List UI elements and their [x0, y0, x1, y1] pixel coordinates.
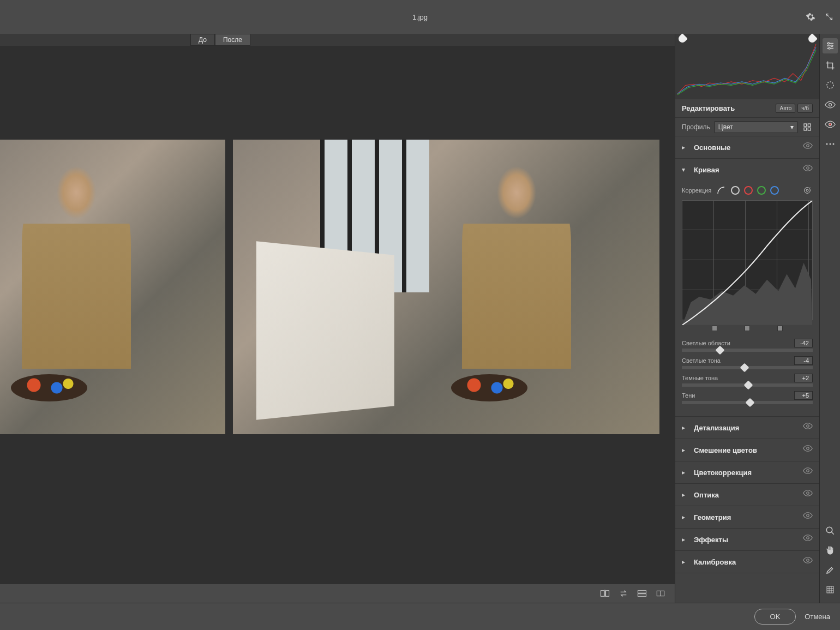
gear-icon[interactable] — [805, 11, 816, 22]
grid-view-icon[interactable] — [823, 582, 838, 597]
compare-split-icon[interactable] — [598, 587, 611, 600]
region-marker-lights[interactable] — [777, 326, 783, 331]
slider-value[interactable]: -42 — [794, 339, 813, 347]
section-curve-header[interactable]: ▾ Кривая — [675, 159, 819, 181]
section-calibration: ▸Калибровка — [675, 551, 819, 573]
zoom-icon[interactable] — [823, 523, 838, 538]
presets-icon[interactable] — [823, 136, 838, 152]
svg-rect-6 — [808, 124, 811, 127]
eye-icon[interactable] — [803, 467, 813, 477]
profile-select[interactable]: Цвет ▾ — [715, 121, 797, 133]
svg-point-25 — [829, 104, 831, 106]
target-adjust-icon[interactable] — [802, 185, 813, 196]
parametric-curve-icon[interactable] — [716, 185, 727, 196]
redeye-icon[interactable] — [823, 117, 838, 132]
region-marker-mid[interactable] — [745, 326, 750, 331]
slider-value[interactable]: -4 — [794, 356, 813, 365]
section-colorcorr: ▸Цветокоррекция — [675, 461, 819, 484]
svg-rect-8 — [808, 128, 811, 130]
mask-eye-icon[interactable] — [823, 97, 838, 112]
svg-rect-3 — [638, 594, 646, 597]
svg-point-11 — [805, 188, 811, 194]
section-detail: ▸Детализация — [675, 417, 819, 439]
top-right-controls — [805, 11, 835, 22]
single-view-icon[interactable] — [654, 587, 667, 600]
section-calibration-header[interactable]: ▸Калибровка — [675, 551, 819, 573]
svg-point-23 — [829, 47, 830, 49]
eye-icon[interactable] — [803, 445, 813, 455]
chevron-right-icon: ▸ — [682, 558, 688, 566]
svg-point-28 — [829, 143, 831, 145]
crop-icon[interactable] — [823, 58, 838, 73]
section-colorcorr-header[interactable]: ▸Цветокоррекция — [675, 461, 819, 483]
slider-track[interactable] — [682, 366, 813, 369]
channel-green-icon[interactable] — [757, 186, 766, 195]
svg-rect-5 — [804, 124, 807, 127]
eye-icon[interactable] — [803, 512, 813, 522]
swap-icon[interactable] — [617, 587, 630, 600]
slider-value[interactable]: +5 — [794, 391, 813, 400]
svg-point-14 — [807, 425, 809, 428]
histogram[interactable] — [675, 34, 819, 99]
view-tabs-bar: До После — [0, 34, 675, 46]
curve-line — [682, 201, 812, 325]
compare-stacked-icon[interactable] — [635, 587, 649, 600]
histogram-graph — [677, 38, 817, 97]
curve-slider-row: Темные тона+2 — [682, 374, 813, 387]
eye-icon[interactable] — [803, 423, 813, 433]
svg-point-26 — [829, 123, 831, 126]
eye-icon[interactable] — [803, 165, 813, 175]
channel-red-icon[interactable] — [744, 186, 753, 195]
section-effects-label: Эффекты — [694, 536, 797, 544]
curve-region-markers[interactable] — [682, 326, 813, 333]
section-optics-header[interactable]: ▸Оптика — [675, 484, 819, 506]
ok-button[interactable]: OK — [754, 609, 796, 625]
slider-track[interactable] — [682, 383, 813, 387]
eye-icon[interactable] — [803, 142, 813, 152]
curve-graph[interactable] — [682, 200, 813, 320]
svg-point-10 — [807, 167, 809, 170]
fullscreen-toggle-icon[interactable] — [824, 11, 835, 22]
svg-point-18 — [807, 514, 809, 517]
tab-after[interactable]: После — [215, 34, 250, 46]
eye-icon[interactable] — [803, 535, 813, 544]
tool-rail — [819, 34, 840, 603]
heal-icon[interactable] — [823, 77, 838, 93]
slider-track[interactable] — [682, 349, 813, 352]
bw-button[interactable]: ч/б — [797, 104, 813, 113]
svg-rect-31 — [827, 586, 833, 593]
panel-scroll[interactable]: Редактировать Авто ч/б Профиль Цвет ▾ — [675, 99, 819, 603]
chevron-right-icon: ▸ — [682, 424, 688, 431]
main-row: До После — [0, 34, 840, 603]
curve-slider-row: Тени+5 — [682, 391, 813, 404]
section-geometry-header[interactable]: ▸Геометрия — [675, 506, 819, 528]
sampler-icon[interactable] — [823, 562, 838, 578]
section-detail-header[interactable]: ▸Детализация — [675, 417, 819, 439]
slider-name: Светлые области — [682, 340, 730, 346]
eye-icon[interactable] — [803, 557, 813, 567]
channel-rgb-icon[interactable] — [731, 186, 740, 195]
section-basic-header[interactable]: ▸ Основные — [675, 136, 819, 158]
chevron-right-icon: ▸ — [682, 491, 688, 499]
svg-rect-1 — [606, 591, 609, 597]
slider-value[interactable]: +2 — [794, 374, 813, 382]
section-geometry: ▸Геометрия — [675, 506, 819, 529]
section-colormix-header[interactable]: ▸Смешение цветов — [675, 439, 819, 461]
profile-browser-icon[interactable] — [802, 122, 813, 133]
section-effects-header[interactable]: ▸Эффекты — [675, 529, 819, 550]
section-colorcorr-label: Цветокоррекция — [694, 469, 797, 477]
eye-icon[interactable] — [803, 490, 813, 500]
auto-button[interactable]: Авто — [776, 104, 795, 113]
cancel-button[interactable]: Отмена — [805, 613, 830, 621]
slider-name: Тени — [682, 392, 695, 399]
edit-sliders-icon[interactable] — [823, 38, 838, 53]
tab-before[interactable]: До — [190, 34, 215, 46]
channel-blue-icon[interactable] — [770, 186, 779, 195]
region-marker-shadows[interactable] — [712, 326, 717, 331]
svg-point-21 — [827, 43, 829, 44]
image-compare-area[interactable] — [0, 46, 675, 584]
slider-track[interactable] — [682, 401, 813, 404]
svg-point-27 — [826, 143, 827, 145]
hand-icon[interactable] — [823, 543, 838, 558]
svg-rect-2 — [638, 591, 646, 593]
